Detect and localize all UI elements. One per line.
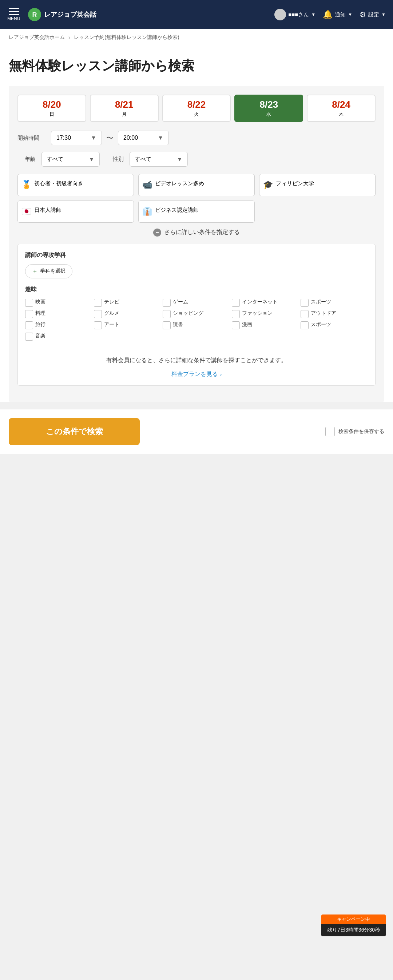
hobby-grid: 映画 テレビ ゲーム インターネット スポーツ bbox=[25, 298, 368, 340]
hobby-checkbox-art[interactable] bbox=[94, 321, 102, 329]
tilde: 〜 bbox=[106, 133, 113, 143]
menu-label: MENU bbox=[7, 16, 20, 21]
category-university[interactable]: 🎓 フィリピン大学 bbox=[259, 174, 375, 196]
hobby-checkbox-music[interactable] bbox=[25, 332, 33, 340]
gender-label: 性別 bbox=[105, 156, 124, 163]
hobby-item-music: 音楽 bbox=[25, 332, 92, 340]
settings-button[interactable]: ⚙ 設定 ▼ bbox=[360, 10, 386, 19]
hobby-item-tv: テレビ bbox=[94, 298, 161, 307]
save-area: 検索条件を保存する bbox=[325, 427, 384, 436]
hobby-label-internet: インターネット bbox=[242, 298, 278, 305]
time-from-select[interactable]: 17:30 ▼ bbox=[51, 130, 102, 145]
date-num-1: 8/21 bbox=[94, 99, 155, 110]
hobby-label-tv: テレビ bbox=[104, 298, 119, 305]
header-right: ■■■さん ▼ 🔔 通知 ▼ ⚙ 設定 ▼ bbox=[274, 9, 386, 21]
hobby-checkbox-game[interactable] bbox=[163, 299, 171, 307]
date-num-0: 8/20 bbox=[21, 99, 83, 110]
campaign-banner: キャンペーン中 残り7日3時間36分30秒 bbox=[321, 915, 386, 936]
date-tab-1[interactable]: 8/21 月 bbox=[90, 95, 159, 122]
main-content: 無料体験レッスン講師から検索 8/20 日 8/21 月 8/22 火 8/23… bbox=[0, 46, 393, 402]
hobby-checkbox-reading[interactable] bbox=[163, 321, 171, 329]
category-video-label: ビデオレッスン多め bbox=[155, 180, 204, 187]
hobby-checkbox-cooking[interactable] bbox=[25, 310, 33, 318]
major-select-button[interactable]: ＋ 学科を選択 bbox=[25, 264, 72, 278]
hobby-checkbox-shopping[interactable] bbox=[163, 310, 171, 318]
logo-icon: R bbox=[27, 7, 42, 22]
major-title: 講師の専攻学科 bbox=[25, 251, 368, 259]
hobby-checkbox-travel[interactable] bbox=[25, 321, 33, 329]
time-to-chevron-icon: ▼ bbox=[158, 135, 163, 141]
breadcrumb-home[interactable]: レアジョブ英会話ホーム bbox=[9, 34, 65, 41]
date-num-2: 8/22 bbox=[166, 99, 228, 110]
plan-chevron-icon: › bbox=[220, 372, 222, 377]
major-select-label: 学科を選択 bbox=[40, 268, 65, 274]
hamburger-icon bbox=[9, 8, 19, 15]
expand-label: さらに詳しい条件を指定する bbox=[164, 229, 240, 236]
time-to-select[interactable]: 20:00 ▼ bbox=[118, 130, 169, 145]
category-japanese[interactable]: 🇯🇵 日本人講師 bbox=[18, 200, 134, 223]
menu-button[interactable]: MENU bbox=[7, 8, 20, 21]
date-tab-4[interactable]: 8/24 木 bbox=[307, 95, 375, 122]
date-day-2: 火 bbox=[166, 111, 228, 118]
time-row: 開始時間 17:30 ▼ 〜 20:00 ▼ bbox=[18, 130, 375, 145]
hobby-checkbox-manga[interactable] bbox=[232, 321, 240, 329]
hobby-checkbox-gourmet[interactable] bbox=[94, 310, 102, 318]
save-checkbox[interactable] bbox=[325, 427, 335, 436]
logo-text: レアジョブ英会話 bbox=[44, 10, 96, 19]
category-video[interactable]: 📹 ビデオレッスン多め bbox=[138, 174, 255, 196]
hobby-checkbox-outdoor[interactable] bbox=[301, 310, 309, 318]
hobby-checkbox-sports[interactable] bbox=[301, 299, 309, 307]
gender-select[interactable]: すべて ▼ bbox=[130, 152, 188, 167]
bell-icon: 🔔 bbox=[323, 10, 333, 19]
date-tab-0[interactable]: 8/20 日 bbox=[18, 95, 86, 122]
category-business[interactable]: 👔 ビジネス認定講師 bbox=[138, 200, 255, 223]
svg-text:R: R bbox=[32, 11, 37, 19]
date-tab-3[interactable]: 8/23 水 bbox=[234, 95, 303, 122]
category-beginner[interactable]: 🏅 初心者・初級者向き bbox=[18, 174, 134, 196]
hobby-label-music: 音楽 bbox=[35, 332, 46, 339]
hobby-checkbox-internet[interactable] bbox=[232, 299, 240, 307]
time-label: 開始時間 bbox=[18, 135, 46, 142]
filter-row: 年齢 すべて ▼ 性別 すべて ▼ bbox=[18, 152, 375, 167]
japanese-icon: 🇯🇵 bbox=[21, 206, 31, 217]
hobby-item-reading: 読書 bbox=[163, 321, 230, 329]
header: MENU R レアジョブ英会話 ■■■さん ▼ 🔔 通知 ▼ ⚙ 設定 ▼ bbox=[0, 0, 393, 29]
plan-link[interactable]: 料金プランを見る › bbox=[25, 371, 368, 378]
breadcrumb-current: レッスン予約(無料体験レッスン講師から検索) bbox=[74, 34, 179, 41]
hobby-label-sports: スポーツ bbox=[311, 298, 331, 305]
hobby-checkbox-fashion[interactable] bbox=[232, 310, 240, 318]
premium-info: 有料会員になると、さらに詳細な条件で講師を探すことができます。 bbox=[25, 356, 368, 365]
user-menu-button[interactable]: ■■■さん ▼ bbox=[274, 9, 315, 21]
date-tab-2[interactable]: 8/22 火 bbox=[162, 95, 231, 122]
hobby-label-game: ゲーム bbox=[173, 298, 188, 305]
age-value: すべて bbox=[47, 156, 63, 163]
time-from-value: 17:30 bbox=[56, 135, 71, 141]
hobby-checkbox-tv[interactable] bbox=[94, 299, 102, 307]
hobby-item-shopping: ショッピング bbox=[163, 310, 230, 318]
user-avatar bbox=[274, 9, 286, 21]
date-day-3: 水 bbox=[238, 111, 299, 118]
category-university-label: フィリピン大学 bbox=[276, 180, 314, 187]
gender-value: すべて bbox=[135, 156, 151, 163]
age-select[interactable]: すべて ▼ bbox=[41, 152, 100, 167]
user-chevron-icon: ▼ bbox=[311, 12, 315, 17]
business-icon: 👔 bbox=[142, 206, 152, 217]
expand-row[interactable]: − さらに詳しい条件を指定する bbox=[18, 229, 375, 237]
hobby-label-movie: 映画 bbox=[35, 298, 46, 305]
hobby-label-manga: 漫画 bbox=[242, 321, 252, 328]
hobby-checkbox-sports2[interactable] bbox=[301, 321, 309, 329]
hobby-label-shopping: ショッピング bbox=[173, 310, 204, 316]
hobby-checkbox-movie[interactable] bbox=[25, 299, 33, 307]
notification-button[interactable]: 🔔 通知 ▼ bbox=[323, 10, 352, 19]
hobby-item-gourmet: グルメ bbox=[94, 310, 161, 318]
hobby-item-outdoor: アウトドア bbox=[301, 310, 368, 318]
campaign-badge: キャンペーン中 bbox=[321, 915, 386, 924]
age-label: 年齢 bbox=[18, 156, 36, 163]
divider bbox=[25, 348, 368, 348]
hobby-item-cooking: 料理 bbox=[25, 310, 92, 318]
date-day-4: 木 bbox=[310, 111, 372, 118]
video-icon: 📹 bbox=[142, 180, 152, 191]
time-from-chevron-icon: ▼ bbox=[91, 135, 96, 141]
hobby-item-fashion: ファッション bbox=[232, 310, 299, 318]
search-button[interactable]: この条件で検索 bbox=[9, 418, 140, 445]
